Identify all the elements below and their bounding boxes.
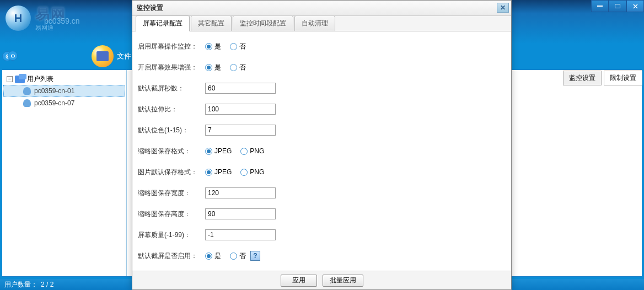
status-label: 用户数量： (4, 280, 37, 289)
watermark: pc0359.cn (44, 17, 80, 25)
radio-image-png[interactable]: PNG (240, 168, 264, 176)
input-thumb-height[interactable] (205, 208, 276, 219)
label-stretch-ratio: 默认拉伸比： (138, 105, 205, 114)
tree-item-label: pc0359-cn-01 (34, 87, 74, 95)
radio-icon (230, 64, 237, 71)
input-default-seconds[interactable] (205, 83, 276, 94)
radio-icon (240, 169, 248, 176)
radio-thumb-png[interactable]: PNG (240, 147, 264, 155)
tab-schedule[interactable]: 监控时间段配置 (233, 15, 293, 31)
svg-rect-0 (597, 6, 603, 7)
user-icon (23, 99, 31, 107)
monitor-settings-dialog: 监控设置 ✕ 屏幕记录配置 其它配置 监控时间段配置 自动清理 启用屏幕操作监控… (132, 0, 512, 290)
radio-enable-monitor-yes[interactable]: 是 (205, 42, 221, 51)
radio-icon (205, 43, 212, 50)
tree-root[interactable]: − 用户列表 (3, 73, 125, 85)
logo-icon: H (6, 6, 31, 31)
radio-enhance-no[interactable]: 否 (230, 63, 246, 72)
user-tree-panel: − 用户列表 pc0359-cn-01 pc0359-cn-07 (2, 70, 127, 276)
input-bit-depth[interactable] (205, 125, 276, 136)
dialog-tabstrip: 屏幕记录配置 其它配置 监控时间段配置 自动清理 (132, 16, 511, 31)
radio-icon (230, 253, 237, 260)
minimize-button[interactable] (591, 0, 609, 12)
tab-other[interactable]: 其它配置 (191, 15, 232, 31)
radio-enable-monitor-no[interactable]: 否 (230, 42, 246, 51)
tree-item-user[interactable]: pc0359-cn-01 (3, 85, 125, 97)
gear-icon-2[interactable]: ⚙ (8, 51, 18, 61)
label-bit-depth: 默认位色(1-15)： (138, 126, 205, 135)
tree-item-label: pc0359-cn-07 (34, 99, 74, 107)
label-thumb-height: 缩略图保存高度： (138, 210, 205, 219)
tab-screen-record[interactable]: 屏幕记录配置 (136, 15, 190, 31)
radio-icon (205, 169, 212, 176)
radio-thumb-jpeg[interactable]: JPEG (205, 147, 232, 155)
label-thumb-format: 缩略图保存格式： (138, 147, 205, 156)
file-toolbar-label[interactable]: 文件 (117, 51, 131, 61)
radio-icon (205, 64, 212, 71)
dialog-title: 监控设置 ✕ (132, 1, 511, 16)
maximize-button[interactable] (609, 0, 626, 12)
user-icon (23, 87, 31, 95)
label-enhance: 开启屏幕效果增强： (138, 63, 205, 72)
dialog-close-button[interactable]: ✕ (497, 3, 509, 13)
tree-root-label: 用户列表 (27, 74, 53, 84)
input-quality[interactable] (205, 229, 276, 240)
tree-item-user[interactable]: pc0359-cn-07 (3, 97, 125, 109)
radio-default-enabled-no[interactable]: 否 (230, 251, 246, 261)
tree-expander-icon[interactable]: − (7, 76, 13, 82)
tab-monitor-settings[interactable]: 监控设置 (563, 71, 602, 85)
input-stretch-ratio[interactable] (205, 104, 276, 115)
tab-autoclean[interactable]: 自动清理 (294, 15, 335, 31)
dialog-title-text: 监控设置 (137, 3, 163, 13)
input-thumb-width[interactable] (205, 187, 276, 198)
users-icon (15, 76, 25, 83)
svg-rect-1 (615, 4, 620, 8)
label-default-seconds: 默认截屏秒数： (138, 84, 205, 93)
file-toolbar-icon[interactable] (92, 45, 114, 67)
close-button[interactable] (626, 0, 644, 12)
radio-icon (230, 43, 237, 50)
radio-icon (205, 148, 212, 155)
label-quality: 屏幕质量(-1-99)： (138, 230, 205, 240)
label-thumb-width: 缩略图保存宽度： (138, 189, 205, 198)
label-image-format: 图片默认保存格式： (138, 168, 205, 177)
radio-icon (205, 253, 212, 260)
apply-button[interactable]: 应用 (281, 275, 317, 287)
radio-default-enabled-yes[interactable]: 是 (205, 251, 221, 261)
radio-icon (240, 148, 248, 155)
label-enable-monitor: 启用屏幕操作监控： (138, 42, 205, 51)
label-default-enabled: 默认截屏是否启用： (138, 251, 205, 261)
batch-apply-button[interactable]: 批量应用 (323, 275, 363, 287)
status-count: 2 / 2 (41, 281, 53, 288)
help-icon[interactable]: ? (250, 251, 260, 261)
tab-limit-settings[interactable]: 限制设置 (604, 71, 642, 85)
radio-enhance-yes[interactable]: 是 (205, 63, 221, 72)
radio-image-jpeg[interactable]: JPEG (205, 168, 232, 176)
